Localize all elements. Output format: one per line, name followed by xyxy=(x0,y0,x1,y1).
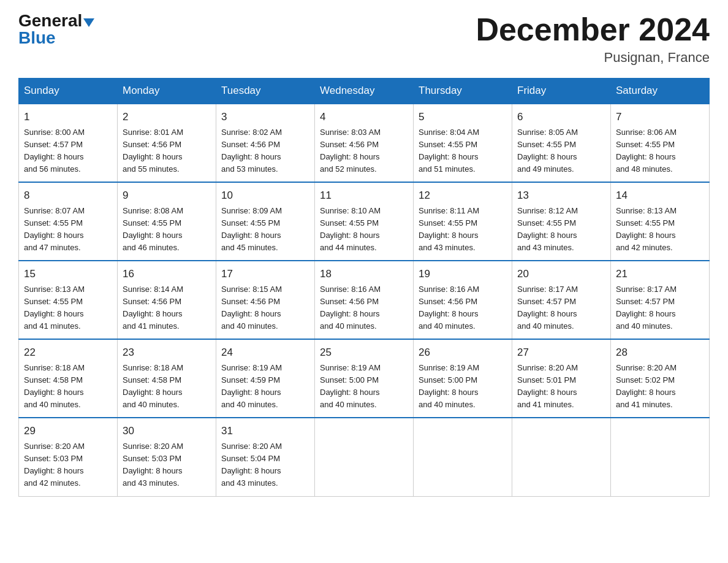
col-thursday: Thursday xyxy=(414,79,512,104)
day-number: 13 xyxy=(517,188,605,204)
table-row: 27 Sunrise: 8:20 AM Sunset: 5:01 PM Dayl… xyxy=(512,339,611,418)
day-info: Sunrise: 8:19 AM Sunset: 4:59 PM Dayligh… xyxy=(221,362,309,412)
day-number: 26 xyxy=(419,345,507,361)
day-info: Sunrise: 8:20 AM Sunset: 5:02 PM Dayligh… xyxy=(616,362,704,412)
calendar-header: Sunday Monday Tuesday Wednesday Thursday… xyxy=(19,79,710,104)
day-info: Sunrise: 8:17 AM Sunset: 4:57 PM Dayligh… xyxy=(616,283,704,333)
title-block: December 2024 Pusignan, France xyxy=(476,12,710,66)
table-row: 9 Sunrise: 8:08 AM Sunset: 4:55 PM Dayli… xyxy=(118,182,216,261)
day-number: 1 xyxy=(24,109,112,125)
col-saturday: Saturday xyxy=(611,79,710,104)
table-row: 25 Sunrise: 8:19 AM Sunset: 5:00 PM Dayl… xyxy=(315,339,414,418)
day-number: 23 xyxy=(123,345,211,361)
day-number: 19 xyxy=(419,266,507,282)
col-wednesday: Wednesday xyxy=(315,79,414,104)
day-info: Sunrise: 8:20 AM Sunset: 5:04 PM Dayligh… xyxy=(221,440,309,490)
day-number: 18 xyxy=(320,266,408,282)
col-friday: Friday xyxy=(512,79,611,104)
logo-triangle-icon xyxy=(83,18,94,27)
day-number: 14 xyxy=(616,188,704,204)
day-info: Sunrise: 8:20 AM Sunset: 5:03 PM Dayligh… xyxy=(123,440,211,490)
table-row: 7 Sunrise: 8:06 AM Sunset: 4:55 PM Dayli… xyxy=(611,104,710,182)
table-row: 11 Sunrise: 8:10 AM Sunset: 4:55 PM Dayl… xyxy=(315,182,414,261)
table-row: 17 Sunrise: 8:15 AM Sunset: 4:56 PM Dayl… xyxy=(216,261,315,339)
table-row xyxy=(414,418,512,496)
page-subtitle: Pusignan, France xyxy=(476,50,710,66)
table-row: 15 Sunrise: 8:13 AM Sunset: 4:55 PM Dayl… xyxy=(19,261,118,339)
day-number: 20 xyxy=(517,266,605,282)
day-number: 24 xyxy=(221,345,309,361)
page-title: December 2024 xyxy=(476,12,710,47)
day-info: Sunrise: 8:03 AM Sunset: 4:56 PM Dayligh… xyxy=(320,126,408,176)
calendar-body: 1 Sunrise: 8:00 AM Sunset: 4:57 PM Dayli… xyxy=(19,104,710,496)
table-row: 12 Sunrise: 8:11 AM Sunset: 4:55 PM Dayl… xyxy=(414,182,512,261)
table-row: 16 Sunrise: 8:14 AM Sunset: 4:56 PM Dayl… xyxy=(118,261,216,339)
day-info: Sunrise: 8:18 AM Sunset: 4:58 PM Dayligh… xyxy=(123,362,211,412)
day-info: Sunrise: 8:19 AM Sunset: 5:00 PM Dayligh… xyxy=(320,362,408,412)
table-row: 31 Sunrise: 8:20 AM Sunset: 5:04 PM Dayl… xyxy=(216,418,315,496)
table-row: 19 Sunrise: 8:16 AM Sunset: 4:56 PM Dayl… xyxy=(414,261,512,339)
day-number: 6 xyxy=(517,109,605,125)
day-info: Sunrise: 8:06 AM Sunset: 4:55 PM Dayligh… xyxy=(616,126,704,176)
day-info: Sunrise: 8:14 AM Sunset: 4:56 PM Dayligh… xyxy=(123,283,211,333)
table-row: 4 Sunrise: 8:03 AM Sunset: 4:56 PM Dayli… xyxy=(315,104,414,182)
day-info: Sunrise: 8:13 AM Sunset: 4:55 PM Dayligh… xyxy=(24,283,112,333)
table-row: 28 Sunrise: 8:20 AM Sunset: 5:02 PM Dayl… xyxy=(611,339,710,418)
day-number: 2 xyxy=(123,109,211,125)
table-row: 1 Sunrise: 8:00 AM Sunset: 4:57 PM Dayli… xyxy=(19,104,118,182)
table-row: 6 Sunrise: 8:05 AM Sunset: 4:55 PM Dayli… xyxy=(512,104,611,182)
calendar-table: Sunday Monday Tuesday Wednesday Thursday… xyxy=(18,78,710,496)
table-row: 3 Sunrise: 8:02 AM Sunset: 4:56 PM Dayli… xyxy=(216,104,315,182)
day-info: Sunrise: 8:17 AM Sunset: 4:57 PM Dayligh… xyxy=(517,283,605,333)
day-info: Sunrise: 8:18 AM Sunset: 4:58 PM Dayligh… xyxy=(24,362,112,412)
day-number: 8 xyxy=(24,188,112,204)
table-row: 2 Sunrise: 8:01 AM Sunset: 4:56 PM Dayli… xyxy=(118,104,216,182)
day-info: Sunrise: 8:20 AM Sunset: 5:01 PM Dayligh… xyxy=(517,362,605,412)
logo-blue-text: Blue xyxy=(18,28,56,47)
logo: General Blue xyxy=(18,12,94,47)
table-row: 26 Sunrise: 8:19 AM Sunset: 5:00 PM Dayl… xyxy=(414,339,512,418)
day-number: 21 xyxy=(616,266,704,282)
day-number: 12 xyxy=(419,188,507,204)
day-info: Sunrise: 8:01 AM Sunset: 4:56 PM Dayligh… xyxy=(123,126,211,176)
table-row: 29 Sunrise: 8:20 AM Sunset: 5:03 PM Dayl… xyxy=(19,418,118,496)
table-row: 10 Sunrise: 8:09 AM Sunset: 4:55 PM Dayl… xyxy=(216,182,315,261)
day-info: Sunrise: 8:13 AM Sunset: 4:55 PM Dayligh… xyxy=(616,205,704,255)
day-info: Sunrise: 8:16 AM Sunset: 4:56 PM Dayligh… xyxy=(320,283,408,333)
day-number: 31 xyxy=(221,423,309,439)
day-number: 29 xyxy=(24,423,112,439)
table-row: 13 Sunrise: 8:12 AM Sunset: 4:55 PM Dayl… xyxy=(512,182,611,261)
day-number: 27 xyxy=(517,345,605,361)
page-header: General Blue December 2024 Pusignan, Fra… xyxy=(18,12,710,66)
table-row: 21 Sunrise: 8:17 AM Sunset: 4:57 PM Dayl… xyxy=(611,261,710,339)
day-number: 17 xyxy=(221,266,309,282)
logo-general-line: General xyxy=(18,12,94,29)
table-row: 22 Sunrise: 8:18 AM Sunset: 4:58 PM Dayl… xyxy=(19,339,118,418)
day-info: Sunrise: 8:04 AM Sunset: 4:55 PM Dayligh… xyxy=(419,126,507,176)
table-row: 14 Sunrise: 8:13 AM Sunset: 4:55 PM Dayl… xyxy=(611,182,710,261)
table-row xyxy=(315,418,414,496)
col-sunday: Sunday xyxy=(19,79,118,104)
day-number: 30 xyxy=(123,423,211,439)
day-number: 15 xyxy=(24,266,112,282)
day-info: Sunrise: 8:00 AM Sunset: 4:57 PM Dayligh… xyxy=(24,126,112,176)
day-number: 7 xyxy=(616,109,704,125)
day-info: Sunrise: 8:12 AM Sunset: 4:55 PM Dayligh… xyxy=(517,205,605,255)
day-info: Sunrise: 8:10 AM Sunset: 4:55 PM Dayligh… xyxy=(320,205,408,255)
day-info: Sunrise: 8:05 AM Sunset: 4:55 PM Dayligh… xyxy=(517,126,605,176)
day-info: Sunrise: 8:07 AM Sunset: 4:55 PM Dayligh… xyxy=(24,205,112,255)
table-row: 24 Sunrise: 8:19 AM Sunset: 4:59 PM Dayl… xyxy=(216,339,315,418)
table-row xyxy=(512,418,611,496)
table-row: 8 Sunrise: 8:07 AM Sunset: 4:55 PM Dayli… xyxy=(19,182,118,261)
day-info: Sunrise: 8:02 AM Sunset: 4:56 PM Dayligh… xyxy=(221,126,309,176)
table-row: 30 Sunrise: 8:20 AM Sunset: 5:03 PM Dayl… xyxy=(118,418,216,496)
day-info: Sunrise: 8:11 AM Sunset: 4:55 PM Dayligh… xyxy=(419,205,507,255)
day-number: 4 xyxy=(320,109,408,125)
day-info: Sunrise: 8:09 AM Sunset: 4:55 PM Dayligh… xyxy=(221,205,309,255)
day-number: 25 xyxy=(320,345,408,361)
day-number: 3 xyxy=(221,109,309,125)
table-row: 23 Sunrise: 8:18 AM Sunset: 4:58 PM Dayl… xyxy=(118,339,216,418)
table-row: 5 Sunrise: 8:04 AM Sunset: 4:55 PM Dayli… xyxy=(414,104,512,182)
table-row: 18 Sunrise: 8:16 AM Sunset: 4:56 PM Dayl… xyxy=(315,261,414,339)
day-info: Sunrise: 8:20 AM Sunset: 5:03 PM Dayligh… xyxy=(24,440,112,490)
